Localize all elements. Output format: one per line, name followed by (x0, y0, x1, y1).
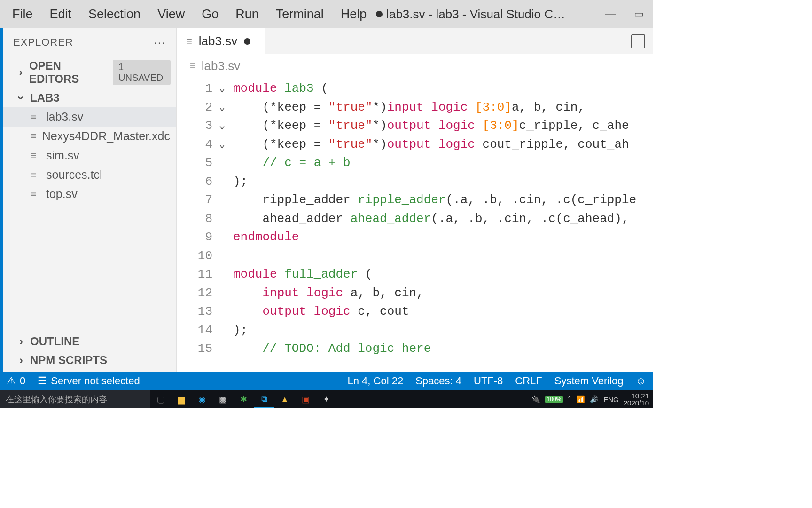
explorer-icon[interactable]: ▆ (171, 390, 192, 408)
app-icon[interactable]: ▩ (212, 390, 233, 408)
file-name: sim.sv (46, 149, 79, 162)
app-icon[interactable]: ✦ (316, 390, 336, 408)
more-icon[interactable]: ··· (154, 36, 166, 49)
file-icon: ≡ (31, 189, 40, 199)
status-language[interactable]: System Verilog (554, 375, 624, 387)
file-nexys[interactable]: ≡ Nexys4DDR_Master.xdc (3, 127, 176, 146)
status-feedback-icon[interactable]: ☺ (636, 375, 646, 387)
file-sim[interactable]: ≡ sim.sv (3, 146, 176, 165)
file-sources[interactable]: ≡ sources.tcl (3, 165, 176, 184)
menu-file[interactable]: File (4, 0, 41, 28)
breadcrumb[interactable]: ≡ lab3.sv (177, 54, 653, 78)
npm-section[interactable]: › NPM SCRIPTS (3, 351, 176, 372)
file-icon: ≡ (31, 131, 37, 142)
file-name: top.sv (46, 187, 78, 201)
file-icon: ≡ (186, 35, 192, 48)
status-encoding[interactable]: UTF-8 (474, 375, 503, 387)
search-placeholder: 在这里输入你要搜索的内容 (6, 394, 107, 405)
file-top[interactable]: ≡ top.sv (3, 184, 176, 204)
maximize-button[interactable]: ▭ (625, 0, 653, 28)
clock-date[interactable]: 2020/10 (624, 399, 649, 406)
file-icon: ≡ (190, 60, 196, 72)
titlebar: File Edit Selection View Go Run Terminal… (0, 0, 653, 28)
open-editors-label: OPEN EDITORS (29, 59, 104, 86)
menu-go[interactable]: Go (193, 0, 227, 28)
file-icon: ≡ (31, 150, 40, 161)
outline-label: OUTLINE (30, 335, 79, 348)
file-icon: ≡ (31, 111, 40, 122)
powerpoint-icon[interactable]: ▣ (295, 390, 316, 408)
status-spaces[interactable]: Spaces: 4 (415, 375, 461, 387)
wechat-icon[interactable]: ✱ (233, 390, 254, 408)
window-controls: — ▭ (596, 0, 653, 28)
status-bar: ⚠ 0 ☰ Server not selected Ln 4, Col 22 S… (0, 372, 653, 390)
windows-taskbar: 在这里输入你要搜索的内容 ▢ ▆ ◉ ▩ ✱ ⧉ ▲ ▣ ✦ 🔌 100% ˄ … (0, 390, 653, 408)
chevron-right-icon: › (17, 66, 24, 79)
menu-terminal[interactable]: Terminal (267, 0, 332, 28)
sidebar-title: EXPLORER (13, 36, 73, 48)
dirty-dot-icon (244, 38, 250, 45)
tray-chevron-icon[interactable]: ˄ (568, 395, 571, 404)
code-area[interactable]: 123456789101112131415 ⌄⌄⌄⌄ module lab3 (… (177, 78, 653, 372)
tab-lab3[interactable]: ≡ lab3.sv (177, 28, 265, 54)
file-icon: ≡ (31, 169, 40, 180)
menu-selection[interactable]: Selection (80, 0, 149, 28)
status-warnings[interactable]: ⚠ 0 (7, 375, 25, 387)
folder-section[interactable]: › LAB3 (3, 88, 176, 107)
window-title: lab3.sv - lab3 - Visual Studio C… (376, 7, 565, 22)
code-lines[interactable]: module lab3 ( (*keep = "true"*)input log… (233, 78, 653, 372)
volume-icon[interactable]: 🔊 (590, 395, 599, 404)
edge-icon[interactable]: ◉ (192, 390, 212, 408)
chevron-right-icon: › (17, 354, 25, 367)
app-icon[interactable]: ▲ (274, 390, 295, 408)
modified-dot-icon (376, 11, 383, 17)
file-lab3[interactable]: ≡ lab3.sv (3, 107, 176, 127)
breadcrumb-text: lab3.sv (202, 59, 240, 73)
vscode-icon[interactable]: ⧉ (254, 390, 274, 408)
sidebar: EXPLORER ··· › OPEN EDITORS 1 UNSAVED › … (3, 28, 177, 372)
folder-label: LAB3 (30, 91, 60, 104)
network-icon[interactable]: 📶 (576, 395, 585, 404)
clock-time[interactable]: 10:21 (624, 392, 649, 399)
unsaved-badge: 1 UNSAVED (113, 60, 171, 85)
ime-indicator[interactable]: ENG (603, 396, 619, 404)
system-tray[interactable]: 🔌 100% ˄ 📶 🔊 ENG 10:21 2020/10 (531, 392, 653, 406)
file-name: lab3.sv (46, 110, 83, 124)
battery-level: 100% (545, 396, 563, 403)
chevron-right-icon: › (17, 335, 25, 348)
taskbar-search[interactable]: 在这里输入你要搜索的内容 (0, 390, 150, 408)
battery-icon: 🔌 (531, 395, 540, 404)
menu-edit[interactable]: Edit (41, 0, 80, 28)
outline-section[interactable]: › OUTLINE (3, 332, 176, 351)
editor-tabs: ≡ lab3.sv (177, 28, 653, 54)
editor: ≡ lab3.sv ≡ lab3.sv 12345678910111213141… (177, 28, 653, 372)
server-icon: ☰ (38, 375, 47, 387)
file-name: sources.tcl (46, 168, 102, 182)
status-eol[interactable]: CRLF (515, 375, 542, 387)
menu-run[interactable]: Run (227, 0, 267, 28)
file-name: Nexys4DDR_Master.xdc (42, 129, 170, 143)
line-gutter: 123456789101112131415 (177, 78, 219, 372)
status-server[interactable]: ☰ Server not selected (38, 375, 140, 387)
split-editor-icon[interactable] (631, 34, 645, 48)
menu-view[interactable]: View (149, 0, 193, 28)
tab-label: lab3.sv (199, 34, 237, 48)
window-title-text: lab3.sv - lab3 - Visual Studio C… (386, 7, 565, 22)
npm-label: NPM SCRIPTS (30, 354, 107, 367)
menu-help[interactable]: Help (332, 0, 375, 28)
fold-column[interactable]: ⌄⌄⌄⌄ (219, 78, 233, 372)
minimize-button[interactable]: — (596, 0, 625, 28)
warning-icon: ⚠ (7, 375, 16, 387)
open-editors-section[interactable]: › OPEN EDITORS 1 UNSAVED (3, 56, 176, 88)
chevron-down-icon: › (15, 94, 28, 102)
status-position[interactable]: Ln 4, Col 22 (348, 375, 404, 387)
taskview-icon[interactable]: ▢ (150, 390, 171, 408)
